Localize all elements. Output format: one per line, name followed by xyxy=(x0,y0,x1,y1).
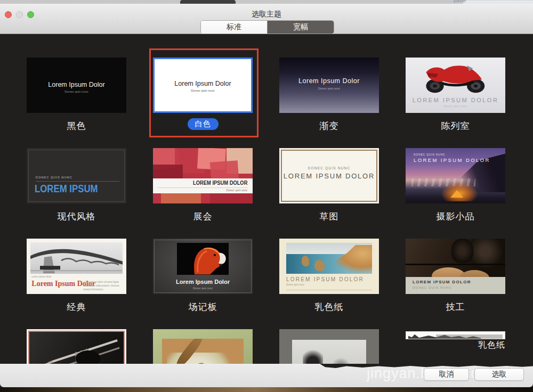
theme-cell-showroom[interactable]: LOREM IPSUM DOLOR Donec quis nunc 陈列室 xyxy=(406,58,505,148)
theme-name: 经典 xyxy=(27,301,126,313)
theme-name: 渐变 xyxy=(279,120,379,132)
theme-name: 陈列室 xyxy=(406,120,505,132)
slide-eyebrow: DONEC QUIS NUNC xyxy=(414,153,446,156)
slide-eyebrow: DONEC QUIS NUNC xyxy=(36,176,72,179)
slide-thumbnail xyxy=(153,329,253,364)
theme-name: 技工 xyxy=(406,301,505,313)
theme-cell-classic[interactable]: Lorem ipsum dolor Lorem Ipsum Dolor Lore… xyxy=(27,239,126,329)
gray-wash xyxy=(436,334,503,339)
slide-body: Lorem ipsum dolor sit amet ligula vestib… xyxy=(84,280,122,292)
theme-name: 场记板 xyxy=(153,301,253,313)
slide-title: LOREM IPSUM xyxy=(35,182,98,195)
theme-name: 摄影小品 xyxy=(406,210,505,223)
slide-title: Lorem Ipsum Dolor xyxy=(279,77,379,85)
slide-title: LOREM IPSUM DOLOR xyxy=(193,179,247,186)
theme-cell-food[interactable] xyxy=(153,329,253,364)
theme-name: 黑色 xyxy=(27,120,126,132)
slide-thumbnail: LOREM IPSUM DOLOR Donec quis nunc xyxy=(153,148,253,203)
food-photo xyxy=(162,339,244,364)
theme-grid-area: Lorem Ipsum Dolor Donec quis nunc 黑色 Lor… xyxy=(0,34,533,364)
slide-title: LOREM IPSUM DOLOR xyxy=(414,157,490,163)
theme-cell-white[interactable]: Lorem Ipsum Dolor Donec quis nunc 白色 xyxy=(153,58,253,148)
theme-grid: Lorem Ipsum Dolor Donec quis nunc 黑色 Lor… xyxy=(27,58,505,364)
theme-cell-cream-paper[interactable]: LOREM IPSUM DOLOR Donec quis nunc 乳色纸 xyxy=(279,239,379,329)
bridge-photo xyxy=(30,242,122,273)
slide-subtitle: Donec quis nunc xyxy=(226,189,247,192)
slide-subtitle: Donec quis nunc xyxy=(406,104,505,108)
theme-cell-exhibition[interactable]: LOREM IPSUM DOLOR Donec quis nunc 展会 xyxy=(153,148,253,239)
shelf-shape xyxy=(406,264,505,265)
slide-eyebrow: DONEC QUIS NUNC xyxy=(279,166,379,170)
size-segmented-control: 标准 宽幅 xyxy=(200,20,334,34)
background-window-tab xyxy=(180,0,236,4)
trumpet-photo xyxy=(28,331,125,364)
window-title: 选取主题 xyxy=(0,10,533,19)
slide-subtitle: DONEC QUIS NUNC xyxy=(413,286,452,289)
trumpet-image xyxy=(29,332,124,364)
cancel-button[interactable]: 取消 xyxy=(424,368,469,381)
theme-cell-photo-essay[interactable]: DONEC QUIS NUNC LOREM IPSUM DOLOR 摄影小品 xyxy=(406,148,505,239)
background-paste-label: paste xyxy=(454,0,466,3)
theme-name: 现代风格 xyxy=(27,210,126,223)
slide-title: Lorem Ipsum Dolor xyxy=(155,80,251,87)
selected-theme-badge: 白色 xyxy=(188,118,219,130)
title-band: LOREM IPSUM DOLOR Donec quis nunc xyxy=(153,178,253,193)
theme-name: 乳色纸 xyxy=(406,340,505,351)
theme-cell-black[interactable]: Lorem Ipsum Dolor Donec quis nunc 黑色 xyxy=(27,58,126,148)
theme-chooser-window: paste 选取主题 标准 宽幅 Lorem Ipsum Dolor Donec… xyxy=(0,0,533,392)
theme-name: 草图 xyxy=(279,210,379,223)
theme-name: 乳色纸 xyxy=(279,301,379,313)
theme-cell-cream-strip[interactable]: 乳色纸 xyxy=(406,329,505,364)
slide-thumbnail-selected: Lorem Ipsum Dolor Donec quis nunc xyxy=(153,58,253,113)
slide-subtitle: Donec quis nunc xyxy=(286,283,304,286)
theme-cell-trees[interactable] xyxy=(279,329,379,364)
theme-cell-jazz[interactable] xyxy=(27,329,126,364)
bridge-image xyxy=(30,242,122,273)
background-desktop-strip: paste xyxy=(0,0,533,4)
slide-thumbnail: DONEC QUIS NUNC LOREM IPSUM DOLOR xyxy=(406,148,505,203)
slide-subtitle: Donec quis nunc xyxy=(155,89,251,92)
panorama-thumbnail xyxy=(406,331,505,339)
slide-thumbnail: Lorem ipsum dolor Lorem Ipsum Dolor Lore… xyxy=(27,239,126,294)
slide-thumbnail xyxy=(279,329,379,364)
coast-photo xyxy=(286,243,372,273)
title-band: LOREM IPSUM DOLOR DONEC QUIS NUNC xyxy=(406,277,505,294)
theme-name: 展会 xyxy=(153,210,253,223)
slide-thumbnail: LOREM IPSUM DOLOR Donec quis nunc xyxy=(279,239,379,294)
slide-thumbnail: Lorem Ipsum Dolor Donec quis nunc xyxy=(27,58,126,113)
slide-subtitle: Donec quis nunc xyxy=(279,87,379,90)
pottery-shape xyxy=(451,239,473,263)
parrot-image xyxy=(177,243,229,274)
choose-button[interactable]: 选取 xyxy=(474,368,524,381)
slide-thumbnail: LOREM IPSUM DOLOR Donec quis nunc xyxy=(406,58,505,113)
slide-thumbnail: Lorem Ipsum Dolor Donec quis nunc xyxy=(153,239,253,294)
theme-cell-sketch[interactable]: DONEC QUIS NUNC LOREM IPSUM DOLOR 草图 xyxy=(279,148,379,239)
slide-thumbnail: Lorem Ipsum Dolor Donec quis nunc xyxy=(279,58,379,113)
slide-title: LOREM IPSUM DOLOR xyxy=(413,280,471,284)
tab-wide[interactable]: 宽幅 xyxy=(267,21,334,34)
slide-title: LOREM IPSUM DOLOR xyxy=(279,172,379,180)
theme-cell-gradient[interactable]: Lorem Ipsum Dolor Donec quis nunc 渐变 xyxy=(279,58,379,148)
trees-photo xyxy=(292,340,366,364)
tree-shape xyxy=(332,356,350,364)
slide-title: Lorem Ipsum Dolor xyxy=(153,279,253,285)
tree-shape xyxy=(303,348,324,364)
divider-line xyxy=(286,290,372,290)
divider-line xyxy=(36,181,119,182)
slide-thumbnail: DONEC QUIS NUNC LOREM IPSUM xyxy=(27,148,126,203)
theme-cell-artisan[interactable]: LOREM IPSUM DOLOR DONEC QUIS NUNC 技工 xyxy=(406,239,505,329)
desktop-background-strip xyxy=(0,387,533,392)
slide-thumbnail: DONEC QUIS NUNC LOREM IPSUM DOLOR xyxy=(279,148,379,203)
rock-shape xyxy=(302,256,309,266)
titlebar: 选取主题 标准 宽幅 xyxy=(0,4,533,34)
slide-thumbnail: LOREM IPSUM DOLOR DONEC QUIS NUNC xyxy=(406,239,505,294)
theme-cell-slate[interactable]: Lorem Ipsum Dolor Donec quis nunc 场记板 xyxy=(153,239,253,329)
tent-glow xyxy=(441,182,477,201)
slide-title: Lorem Ipsum Dolor xyxy=(27,81,126,88)
tab-standard[interactable]: 标准 xyxy=(201,21,267,34)
slide-title: LOREM IPSUM DOLOR xyxy=(406,97,505,103)
parrot-photo xyxy=(177,243,229,274)
slide-thumbnail xyxy=(27,329,126,364)
slide-title: LOREM IPSUM DOLOR xyxy=(286,276,364,282)
theme-cell-modern[interactable]: DONEC QUIS NUNC LOREM IPSUM 现代风格 xyxy=(27,148,126,239)
